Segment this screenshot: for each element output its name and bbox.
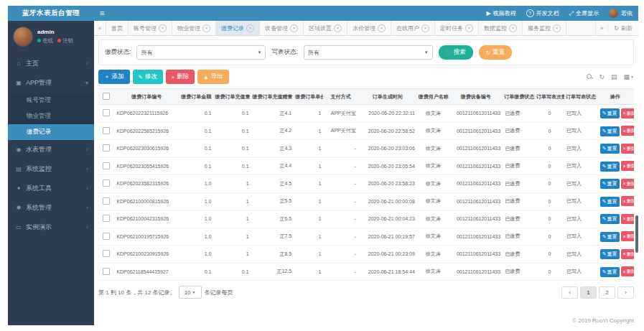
tab-data-monitor[interactable]: 数据监控×	[479, 21, 523, 35]
cell-pay-method: APP支付宝	[323, 122, 358, 140]
sidebar-item-water-meter[interactable]: ◉水表管理‹	[8, 140, 94, 159]
row-checkbox[interactable]	[103, 162, 110, 169]
online-status: 在线	[37, 37, 53, 45]
row-delete-button[interactable]: ×删除	[621, 231, 634, 241]
logout-link[interactable]: 注销	[57, 37, 73, 45]
cell-user: 徐文涛	[417, 210, 449, 228]
table-search-icon[interactable]	[587, 74, 592, 80]
close-icon[interactable]: ×	[378, 24, 386, 32]
row-reset-button[interactable]: ✎重置	[600, 144, 620, 154]
table-header-row: 缴费订单编号缴费订单金额缴费订单充值量缴费订单充值赠量缴费订单单价支付方式订单生…	[98, 89, 634, 105]
export-button[interactable]: ▲导出	[197, 70, 228, 84]
row-delete-button[interactable]: ×删除	[621, 266, 634, 276]
tab-water-price[interactable]: 水价管理×	[347, 21, 391, 35]
tab-account-manage[interactable]: 账号管理×	[129, 21, 172, 35]
table-toggle-icon[interactable]: ▤	[611, 73, 617, 80]
row-reset-button[interactable]: ✎重置	[600, 162, 620, 172]
tab-region-settings[interactable]: 区域设置×	[304, 21, 347, 35]
row-checkbox[interactable]	[103, 233, 110, 240]
sidebar-item-app-manage[interactable]: ▣APP管理▾	[8, 73, 94, 93]
refresh-tab-button[interactable]: ↻刷新	[607, 24, 638, 32]
tabs-scroll-right-icon[interactable]: »	[596, 25, 607, 32]
table-columns-icon[interactable]: ▦▼	[624, 73, 634, 80]
tab-service-monitor[interactable]: 服务监控×	[523, 21, 566, 35]
close-icon[interactable]: ×	[202, 24, 210, 32]
tabs-scroll-left-icon[interactable]: «	[94, 21, 106, 35]
row-delete-button[interactable]: ×删除	[621, 179, 634, 189]
close-icon[interactable]: ×	[290, 24, 298, 32]
column-header: 支付方式	[323, 89, 358, 105]
navbar-user-menu[interactable]: 若依	[609, 9, 633, 18]
tab-device-manage[interactable]: 设备管理×	[260, 21, 304, 35]
scrollbar-thumb[interactable]	[635, 215, 638, 253]
tab-property-manage[interactable]: 物业管理×	[172, 21, 216, 35]
sidebar-item-system-tools[interactable]: ✦系统工具‹	[8, 179, 94, 198]
close-icon[interactable]: ×	[465, 24, 473, 32]
close-icon[interactable]: ×	[246, 24, 254, 32]
close-icon[interactable]: ×	[421, 24, 429, 32]
close-icon[interactable]: ×	[334, 24, 342, 32]
avatar[interactable]	[13, 27, 33, 47]
dev-docs-link[interactable]: ?开发文档	[526, 9, 559, 17]
page-size-select[interactable]: 10▼	[179, 286, 202, 299]
fullscreen-link[interactable]: ⤢全屏显示	[569, 9, 599, 17]
close-icon[interactable]: ×	[159, 24, 167, 32]
close-icon: ×	[623, 251, 626, 256]
row-checkbox[interactable]	[103, 144, 110, 151]
page-2-button[interactable]: 2	[599, 286, 615, 299]
row-checkbox[interactable]	[103, 268, 110, 275]
row-delete-button[interactable]: ×删除	[621, 161, 634, 171]
sidebar-toggle-icon[interactable]: ≡	[100, 9, 104, 17]
row-checkbox[interactable]	[103, 109, 110, 116]
next-page-button[interactable]: ›	[617, 286, 634, 299]
tab-home[interactable]: 首页	[106, 21, 129, 35]
sidebar-item-system-manage[interactable]: ✱系统管理‹	[8, 198, 94, 218]
row-actions: ✎重置×删除	[597, 246, 634, 264]
sidebar-item-property-manage[interactable]: 物业管理	[8, 108, 94, 124]
row-reset-button[interactable]: ✎重置	[600, 249, 620, 259]
sidebar-item-payment-records[interactable]: 缴费记录	[8, 124, 94, 140]
row-checkbox[interactable]	[103, 180, 110, 187]
row-reset-button[interactable]: ✎重置	[600, 267, 620, 277]
edit-button[interactable]: ✎修改	[133, 70, 163, 84]
sidebar-item-home[interactable]: ⌂主页‹	[8, 54, 94, 73]
search-button[interactable]: 搜索	[439, 45, 473, 60]
row-checkbox[interactable]	[103, 197, 110, 205]
prev-page-button[interactable]: ‹	[561, 286, 578, 299]
row-delete-button[interactable]: ×删除	[621, 196, 634, 206]
page-1-button[interactable]: 1	[580, 286, 597, 299]
row-reset-button[interactable]: ✎重置	[600, 126, 620, 136]
select-all-checkbox[interactable]	[103, 93, 110, 100]
row-checkbox[interactable]	[103, 250, 110, 257]
add-button[interactable]: ＋添加	[98, 70, 130, 84]
row-reset-button[interactable]: ✎重置	[600, 214, 620, 224]
table-refresh-icon[interactable]: ↻	[599, 73, 605, 80]
tab-payment-records[interactable]: 缴费记录×	[216, 21, 260, 35]
delete-button[interactable]: ×删除	[166, 70, 195, 84]
row-delete-button[interactable]: ×删除	[621, 144, 634, 154]
row-checkbox[interactable]	[103, 215, 110, 222]
tab-online-users[interactable]: 在线用户×	[391, 21, 435, 35]
row-delete-button[interactable]: ×删除	[621, 214, 634, 224]
tab-scheduled-tasks[interactable]: 定时任务×	[435, 21, 479, 35]
close-icon[interactable]: ×	[553, 24, 561, 32]
reset-button[interactable]: ↻重置	[479, 45, 512, 60]
row-reset-button[interactable]: ✎重置	[600, 108, 620, 118]
sidebar-item-account-manage[interactable]: 账号管理	[8, 93, 94, 108]
close-icon[interactable]: ×	[509, 24, 517, 32]
row-checkbox[interactable]	[103, 127, 110, 134]
row-delete-button[interactable]: ×删除	[621, 126, 634, 136]
row-delete-button[interactable]: ×删除	[621, 249, 634, 259]
cell-amount: 0.1	[179, 105, 213, 123]
row-reset-button[interactable]: ✎重置	[600, 179, 620, 189]
write-status-select[interactable]: 所有▼	[304, 45, 433, 60]
row-reset-button[interactable]: ✎重置	[600, 232, 620, 242]
column-header: 订单写表次数	[535, 89, 564, 105]
column-header: 操作	[597, 89, 634, 105]
row-delete-button[interactable]: ×删除	[621, 108, 634, 118]
sidebar-item-system-monitor[interactable]: ▤系统监控‹	[8, 159, 94, 179]
row-reset-button[interactable]: ✎重置	[600, 197, 620, 207]
pay-status-select[interactable]: 所有▼	[136, 45, 266, 60]
video-tutorial-link[interactable]: ▶视频教程	[486, 9, 515, 17]
sidebar-item-demo[interactable]: ▭实例演示‹	[8, 218, 94, 237]
